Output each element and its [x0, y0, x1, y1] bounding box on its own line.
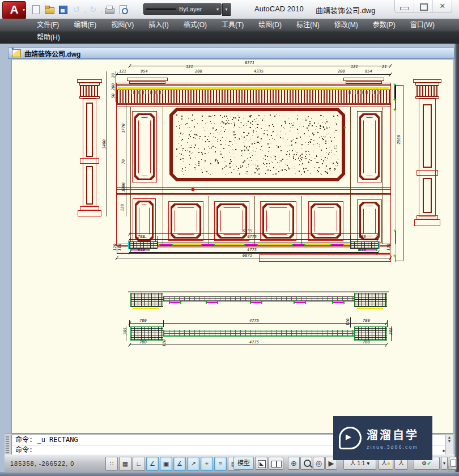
menu-item-4[interactable]: 格式(O) [176, 19, 214, 31]
minimize-button[interactable] [395, 0, 414, 12]
menu-item-2[interactable]: 视图(V) [104, 19, 141, 31]
menu-item-0[interactable]: 文件(F) [29, 19, 66, 31]
ducs-icon: ↗ [190, 460, 196, 467]
undo-button[interactable]: ↺ [71, 4, 82, 15]
zoom-button[interactable] [300, 457, 312, 470]
linetype-swatch [146, 8, 176, 10]
chevron-down-icon: ▾ [23, 2, 25, 18]
menu-item-5[interactable]: 工具(T) [214, 19, 251, 31]
osnap-icon: ▣ [163, 460, 169, 467]
menu-item-8[interactable]: 修改(M) [327, 19, 366, 31]
command-expand-icon[interactable]: ▸ [443, 448, 445, 453]
grid-icon: ▦ [122, 460, 128, 467]
close-button[interactable]: ✕ [433, 0, 452, 12]
command-scrollbar[interactable]: ▲▼ [445, 435, 453, 456]
new-button[interactable] [30, 4, 41, 15]
plot-preview-button[interactable] [117, 4, 129, 15]
menu-item-3[interactable]: 插入(I) [141, 19, 176, 31]
watermark-overlay: 溜溜自学 zixue.3d66.com [333, 416, 432, 460]
linetype-value: ByLayer [179, 6, 202, 12]
watermark-url: zixue.3d66.com [367, 444, 419, 450]
document-tab-title: 曲靖装饰公司.dwg [24, 49, 80, 58]
menu-item-6[interactable]: 绘图(D) [251, 19, 289, 31]
menu-row-2: 帮助(H) [29, 31, 67, 44]
quick-view-layouts-button[interactable] [255, 457, 267, 470]
ortho-icon: ∟ [136, 460, 142, 467]
restore-button[interactable] [414, 0, 434, 12]
otrack-icon: ∡ [177, 460, 182, 467]
model-button[interactable]: 模型 [233, 457, 254, 470]
title-bar: A▾ ↺ ↻ ≡ ByLayer ▾ ▾ AutoCAD 2010 曲靖装饰公司… [0, 0, 459, 19]
window-controls: ✕ [394, 0, 452, 13]
drawing-canvas[interactable] [11, 59, 453, 434]
snap-icon: ∷ [110, 460, 114, 467]
status-menu-button[interactable]: ▾ [441, 457, 448, 470]
statusbar-toggle-ortho[interactable]: ∟ [133, 457, 145, 471]
statusbar-toggle-otrack[interactable]: ∡ [173, 457, 186, 471]
menu-item-1[interactable]: 编辑(E) [66, 19, 104, 31]
status-toggles: ∷▦∟∠▣∡↗+≡▤ [105, 457, 240, 471]
statusbar-toggle-polar[interactable]: ∠ [146, 457, 159, 471]
application-menu-button[interactable]: A▾ [2, 1, 26, 19]
dyn-icon: + [205, 460, 209, 467]
autocad-window: A▾ ↺ ↻ ≡ ByLayer ▾ ▾ AutoCAD 2010 曲靖装饰公司… [0, 0, 459, 476]
window-title-document: 曲靖装饰公司.dwg [316, 5, 375, 15]
chevron-down-icon: ▾ [216, 7, 219, 12]
redo-button[interactable]: ↻ [87, 4, 99, 15]
menu-item-7[interactable]: 标注(N) [289, 19, 327, 31]
resize-grip[interactable] [448, 466, 453, 471]
pan-button[interactable]: ⊕ [288, 457, 300, 470]
dwg-file-icon [12, 49, 21, 57]
statusbar-toggle-snap[interactable]: ∷ [105, 457, 118, 471]
polar-icon: ∠ [150, 460, 155, 467]
statusbar-toggle-osnap[interactable]: ▣ [160, 457, 172, 471]
window-edge-bottom [0, 472, 459, 476]
quick-access-flyout-button[interactable]: ▾ [222, 3, 231, 16]
plot-button[interactable] [104, 4, 115, 15]
coordinates-readout: 185358, -266522, 0 [10, 460, 74, 467]
lightbulb-icon: ● [387, 460, 390, 466]
statusbar-toggle-lwt[interactable]: ≡ [214, 457, 227, 471]
command-window-grip[interactable] [6, 436, 9, 453]
menu-row-1: 文件(F)编辑(E)视图(V)插入(I)格式(O)工具(T)绘图(D)标注(N)… [29, 19, 442, 31]
lwt-icon: ≡ [219, 460, 222, 467]
window-edge-right [454, 44, 459, 476]
magnifier-icon [304, 460, 311, 467]
window-title-product: AutoCAD 2010 [254, 5, 304, 13]
menu-item-9[interactable]: 参数(P) [366, 19, 403, 31]
statusbar-toggle-dyn[interactable]: + [201, 457, 213, 471]
watermark-title: 溜溜自学 [367, 426, 419, 443]
statusbar-toggle-ducs[interactable]: ↗ [187, 457, 199, 471]
linetype-control[interactable]: ByLayer ▾ [143, 3, 222, 15]
steeringwheel-button[interactable]: ◎ [313, 457, 325, 470]
statusbar-toggle-grid[interactable]: ▦ [119, 457, 131, 471]
menu-bar: 文件(F)编辑(E)视图(V)插入(I)格式(O)工具(T)绘图(D)标注(N)… [0, 19, 459, 44]
check-icon: ✔ [427, 460, 431, 466]
play-logo-icon [339, 427, 362, 449]
menu-item-0[interactable]: 帮助(H) [29, 31, 67, 44]
save-button[interactable] [57, 4, 69, 15]
quick-view-drawings-button[interactable] [269, 457, 283, 470]
open-button[interactable] [44, 4, 55, 15]
document-tab[interactable]: 曲靖装饰公司.dwg [8, 48, 454, 59]
layer-properties-button[interactable]: ≡ [131, 4, 142, 15]
window-edge-left [0, 44, 5, 476]
menu-item-10[interactable]: 窗口(W) [403, 19, 442, 31]
